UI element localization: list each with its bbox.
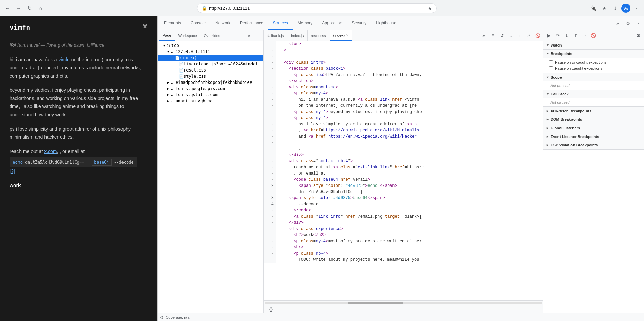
- format-source-button[interactable]: {}: [267, 305, 275, 313]
- line-num: -: [266, 244, 274, 251]
- step-into-button[interactable]: ↓: [507, 31, 515, 40]
- more-subtabs-button[interactable]: »: [245, 31, 253, 40]
- more-file-tabs-button[interactable]: »: [480, 33, 488, 38]
- tab-lighthouse[interactable]: Lighthouse: [371, 16, 401, 30]
- line-num: -: [266, 164, 274, 170]
- line-num: 3: [266, 195, 274, 201]
- vimfn-link[interactable]: vimfn: [58, 57, 69, 62]
- code-editor[interactable]: - - - - - - - - - - - - -: [264, 41, 543, 300]
- step-over-button[interactable]: ↷: [554, 31, 562, 40]
- pause-caught-checkbox[interactable]: [549, 66, 553, 70]
- code-line: <span style=color:#4d9375>base64</span>: [279, 195, 540, 201]
- dom-section-header[interactable]: ► DOM Breakpoints: [543, 115, 644, 124]
- site-menu-button[interactable]: ⌘: [142, 23, 148, 30]
- scope-section-header[interactable]: ▼ Scope: [543, 73, 644, 81]
- x-link[interactable]: x.com: [44, 149, 57, 154]
- scrollbar-thumb[interactable]: [348, 302, 403, 304]
- global-listeners-header[interactable]: ► Global Listeners: [543, 124, 644, 132]
- address-bar[interactable]: 🔒 http://127.0.0.1:1111 ★: [197, 3, 437, 13]
- section-arrow-icon: ▼: [546, 92, 549, 96]
- deactivate-button[interactable]: 🚫: [589, 31, 597, 40]
- file-tab-fallback[interactable]: fallback.js: [264, 30, 287, 41]
- event-listener-header[interactable]: ► Event Listener Breakpoints: [543, 132, 644, 141]
- address-url: http://127.0.0.1:1111: [209, 5, 426, 11]
- line-num: 2: [266, 183, 274, 189]
- paragraph-3: ps i love simplicity and a great admirer…: [10, 125, 148, 142]
- line-num: -: [266, 158, 274, 164]
- pause-uncaught-checkbox[interactable]: [549, 60, 553, 64]
- section-arrow-icon: ►: [546, 143, 549, 147]
- download-button[interactable]: ⇓: [610, 3, 620, 13]
- lock-icon: 🔒: [202, 5, 207, 11]
- csp-section-header[interactable]: ► CSP Violation Breakpoints: [543, 141, 644, 149]
- site-content: hi, i am arunava (a.k.a vimfn on the int…: [10, 56, 148, 190]
- subtab-page[interactable]: Page: [159, 30, 175, 41]
- tab-sources[interactable]: Sources: [268, 16, 293, 30]
- watch-section-header[interactable]: ▼ Watch: [543, 41, 644, 49]
- format-button[interactable]: ↺: [498, 31, 506, 40]
- more-tabs-button[interactable]: »: [613, 19, 622, 28]
- file-tab-close-button[interactable]: ✕: [346, 33, 349, 37]
- tab-application[interactable]: Application: [317, 16, 347, 30]
- tree-item-style-css[interactable]: 📄 style.css: [158, 73, 263, 79]
- code-line: dmltZm5AcHJvdG9uLm1lCg== |: [279, 189, 540, 195]
- tree-item-localhost[interactable]: ▼ ☁ 127.0.0.1:1111: [158, 49, 263, 55]
- bookmark-button[interactable]: ★: [600, 3, 609, 13]
- tree-item-fonts-googleapis[interactable]: ▶ ☁ fonts.googleapis.com: [158, 86, 263, 92]
- tree-arrow: ▼: [163, 44, 167, 47]
- reload-button[interactable]: ↻: [25, 3, 34, 13]
- tree-item-fonts-gstatic[interactable]: ▶ ☁ fonts.gstatic.com: [158, 92, 263, 98]
- step-into-button[interactable]: ⇓: [563, 31, 571, 40]
- xhr-section-header[interactable]: ► XHR/fetch Breakpoints: [543, 107, 644, 115]
- tree-item-index[interactable]: 📄 (index): [158, 55, 263, 61]
- file-tab-indexjs[interactable]: index.js: [287, 30, 307, 41]
- format-icon[interactable]: {}: [160, 315, 163, 319]
- breakpoints-section-header[interactable]: ▼ Breakpoints: [543, 50, 644, 58]
- cloud-icon: ☁: [171, 99, 176, 103]
- tab-performance[interactable]: Performance: [235, 16, 268, 30]
- step-button[interactable]: →: [580, 31, 589, 40]
- subtab-workspace[interactable]: Workspace: [175, 30, 201, 41]
- back-button[interactable]: ←: [3, 3, 12, 13]
- tab-security[interactable]: Security: [347, 16, 371, 30]
- settings-button[interactable]: ⚙: [634, 31, 643, 40]
- tab-elements[interactable]: Elements: [159, 16, 186, 30]
- menu-button[interactable]: ⋮: [632, 3, 641, 13]
- subtab-overflow-button[interactable]: ⋮: [254, 31, 262, 40]
- devtools-overflow-button[interactable]: ⋮: [634, 19, 643, 28]
- section-arrow-icon: ►: [546, 109, 549, 113]
- file-tab-resetcss[interactable]: reset.css: [308, 30, 330, 41]
- devtools-panel: Elements Console Network Performance Sou…: [157, 16, 644, 321]
- code-block: echo dmltZm5AcHJvdG9uLm1lCg== | base64 -…: [10, 157, 137, 167]
- tree-item-reset-css[interactable]: 📄 reset.css: [158, 67, 263, 73]
- link-mark[interactable]: [?]: [10, 168, 15, 174]
- split-editor-button[interactable]: ⊞: [489, 31, 497, 40]
- coverage-label: Coverage: n/a: [166, 315, 189, 319]
- tab-memory[interactable]: Memory: [293, 16, 317, 30]
- tab-network[interactable]: Network: [210, 16, 235, 30]
- call-stack-section-header[interactable]: ▼ Call Stack: [543, 90, 644, 98]
- pause-resume-button[interactable]: ▶: [545, 31, 553, 40]
- code-horizontal-scrollbar[interactable]: [264, 300, 543, 305]
- file-tab-index[interactable]: (index) ✕: [330, 30, 353, 41]
- subtab-overrides[interactable]: Overrides: [201, 30, 224, 41]
- tab-console[interactable]: Console: [186, 16, 210, 30]
- tree-arrow: ▶: [167, 99, 171, 103]
- tree-item-umami[interactable]: ▶ ☁ umami.arnvgh.me: [158, 98, 263, 104]
- extensions-button[interactable]: 🔌: [589, 3, 598, 13]
- deactivate-breakpoints-button[interactable]: 🚫: [533, 31, 542, 40]
- tree-item-top[interactable]: ▼ ⬡ top: [158, 42, 263, 49]
- event-listener-breakpoints-section: ► Event Listener Breakpoints: [543, 132, 644, 141]
- tree-item-ext1[interactable]: ▶ ☁ eimadpbcbfnmbkopoojfekhnkhdbiee: [158, 79, 263, 86]
- line-num: -: [266, 140, 274, 146]
- step-out-button[interactable]: ⇑: [571, 31, 580, 40]
- step-out-button[interactable]: ↑: [516, 31, 524, 40]
- settings-button[interactable]: ⚙: [623, 19, 632, 28]
- avatar[interactable]: Vs: [621, 4, 630, 13]
- step-over-button[interactable]: ↗: [525, 31, 533, 40]
- tree-item-livereload[interactable]: 📄 livereload.js?port=1024&mindelay=...: [158, 61, 263, 67]
- line-num: -: [266, 220, 274, 226]
- home-button[interactable]: ⌂: [36, 3, 45, 13]
- forward-button[interactable]: →: [14, 3, 23, 13]
- xhr-breakpoints-section: ► XHR/fetch Breakpoints: [543, 107, 644, 115]
